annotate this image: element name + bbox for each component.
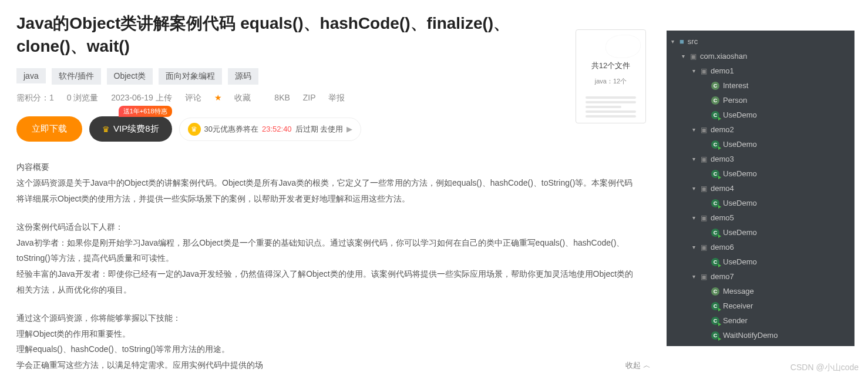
- tree-row[interactable]: CPerson: [667, 93, 854, 108]
- tree-row[interactable]: ▾▣demo4: [667, 181, 854, 196]
- file-sub: java：12个: [581, 77, 641, 86]
- watermark: CSDN @小山code: [790, 363, 859, 373]
- meta-comment[interactable]: 评论: [185, 93, 201, 102]
- tree-row[interactable]: ▾▣demo2: [667, 122, 854, 137]
- meta-points: 需积分：1: [16, 93, 54, 102]
- package-icon: ▣: [701, 273, 707, 281]
- chevron-down-icon: ▾: [692, 244, 699, 250]
- tree-row[interactable]: ▾▣com.xiaoshan: [667, 49, 854, 63]
- meta-report[interactable]: 举报: [328, 93, 345, 102]
- play-icon: ▶: [346, 125, 352, 133]
- file-lines-icon: [581, 96, 641, 118]
- promo-badge: 送1年+618特惠: [119, 106, 172, 117]
- file-preview-card[interactable]: 共12个文件 java：12个: [576, 29, 646, 123]
- meta-fav[interactable]: ★ 收藏: [214, 93, 262, 102]
- class-icon: C: [711, 287, 719, 296]
- meta-row: 需积分：1 0 浏览量 2023-06-19 上传 评论 ★ 收藏 8KB ZI…: [16, 93, 650, 103]
- tree-row[interactable]: CUseDemo: [667, 166, 854, 181]
- meta-format: ZIP: [303, 93, 316, 102]
- package-icon: ▣: [701, 185, 707, 193]
- tree-row[interactable]: CUseDemo: [667, 196, 854, 210]
- tree-row[interactable]: CUseDemo: [667, 225, 854, 240]
- class-icon: C: [711, 140, 719, 149]
- content-text: 这个源码资源是关于Java中的Object类的讲解案例代码。Object类是所有…: [16, 175, 639, 206]
- tree-row[interactable]: CSender: [667, 313, 854, 328]
- tree-row[interactable]: CReceiver: [667, 298, 854, 313]
- class-icon: C: [711, 229, 719, 237]
- tag[interactable]: 面向对象编程: [159, 68, 222, 85]
- content-heading: 这份案例代码适合以下人群：: [16, 219, 639, 235]
- coupon-countdown: 23:52:40: [262, 125, 292, 133]
- package-icon: ▣: [690, 52, 697, 61]
- description-body: 内容概要 这个源码资源是关于Java中的Object类的讲解案例代码。Objec…: [16, 159, 639, 373]
- chevron-down-icon: ▾: [692, 214, 699, 221]
- collapse-button[interactable]: 收起 ︿: [625, 360, 651, 371]
- class-icon: C: [711, 111, 719, 119]
- meta-views: 0 浏览量: [67, 93, 99, 102]
- chevron-down-icon: ▾: [682, 53, 689, 59]
- coupon-icon: ♛: [188, 123, 201, 136]
- star-icon: ★: [214, 93, 222, 102]
- vip-button[interactable]: ♛ VIP续费8折: [89, 116, 172, 142]
- tree-row[interactable]: ▾▣demo6: [667, 240, 854, 254]
- content-text: 理解Object类的作用和重要性。: [16, 326, 639, 342]
- class-icon: C: [711, 302, 719, 310]
- tree-row[interactable]: CUseDemo: [667, 108, 854, 122]
- file-count: 共12个文件: [581, 61, 641, 71]
- tag[interactable]: 源码: [228, 68, 258, 85]
- package-icon: ▣: [701, 243, 707, 251]
- tag-list: java软件/插件Object类面向对象编程源码: [16, 68, 650, 85]
- tree-row[interactable]: ▾▣demo7: [667, 269, 854, 284]
- content-heading: 通过这个源码资源，你将能够掌握以下技能：: [16, 310, 639, 326]
- tree-row[interactable]: CMessage: [667, 284, 854, 298]
- tree-row[interactable]: ▾▣demo1: [667, 63, 854, 78]
- tree-row[interactable]: CUseDemo: [667, 254, 854, 269]
- tree-row[interactable]: CInterest: [667, 78, 854, 93]
- content-text: 理解equals()、hashCode()、toString()等常用方法的用途…: [16, 341, 639, 357]
- tree-row[interactable]: ▾▣demo5: [667, 210, 854, 225]
- content-text: 学会正确重写这些方法，以满足特定需求。应用实例代码中提供的场: [16, 357, 639, 373]
- class-icon: C: [711, 258, 719, 266]
- tree-row[interactable]: ▾▣demo3: [667, 152, 854, 166]
- folder-icon: ■: [679, 37, 684, 46]
- chevron-down-icon: ▾: [692, 126, 699, 133]
- chevron-down-icon: ▾: [692, 156, 699, 162]
- chevron-down-icon: ▾: [692, 273, 699, 280]
- meta-size: 8KB: [274, 93, 290, 102]
- package-icon: ▣: [701, 67, 707, 75]
- content-heading: 内容概要: [16, 159, 639, 175]
- tag[interactable]: java: [16, 68, 46, 83]
- project-tree[interactable]: ▾■src▾▣com.xiaoshan▾▣demo1CInterestCPers…: [667, 31, 854, 346]
- class-icon: C: [711, 331, 719, 340]
- tag[interactable]: Object类: [107, 68, 153, 85]
- crown-icon: ♛: [102, 125, 110, 134]
- class-icon: C: [711, 170, 719, 178]
- class-icon: C: [711, 82, 719, 90]
- chevron-up-icon: ︿: [643, 360, 651, 371]
- tree-row[interactable]: ▾■src: [667, 34, 854, 49]
- package-icon: ▣: [701, 126, 707, 134]
- content-text: Java初学者：如果你是刚开始学习Java编程，那么Object类是一个重要的基…: [16, 235, 639, 266]
- class-icon: C: [711, 96, 719, 105]
- meta-date: 2023-06-19 上传: [111, 93, 172, 102]
- page-title: Java的Object类讲解案例代码 equals()、hashCode()、f…: [16, 12, 557, 58]
- chevron-down-icon: ▾: [671, 38, 678, 45]
- tag[interactable]: 软件/插件: [52, 68, 101, 85]
- content-text: 经验丰富的Java开发者：即使你已经有一定的Java开发经验，仍然值得深入了解O…: [16, 266, 639, 297]
- package-icon: ▣: [701, 214, 707, 222]
- package-icon: ▣: [701, 155, 707, 163]
- coupon-box[interactable]: ♛ 30元优惠券将在 23:52:40 后过期 去使用 ▶: [179, 118, 362, 141]
- tree-row[interactable]: CWaitNotifyDemo: [667, 328, 854, 343]
- chevron-down-icon: ▾: [692, 68, 699, 74]
- chevron-down-icon: ▾: [692, 185, 699, 192]
- tree-row[interactable]: CUseDemo: [667, 137, 854, 152]
- class-icon: C: [711, 317, 719, 325]
- download-button[interactable]: 立即下载: [16, 116, 82, 142]
- class-icon: C: [711, 199, 719, 207]
- preview-swirl-icon: [605, 35, 641, 58]
